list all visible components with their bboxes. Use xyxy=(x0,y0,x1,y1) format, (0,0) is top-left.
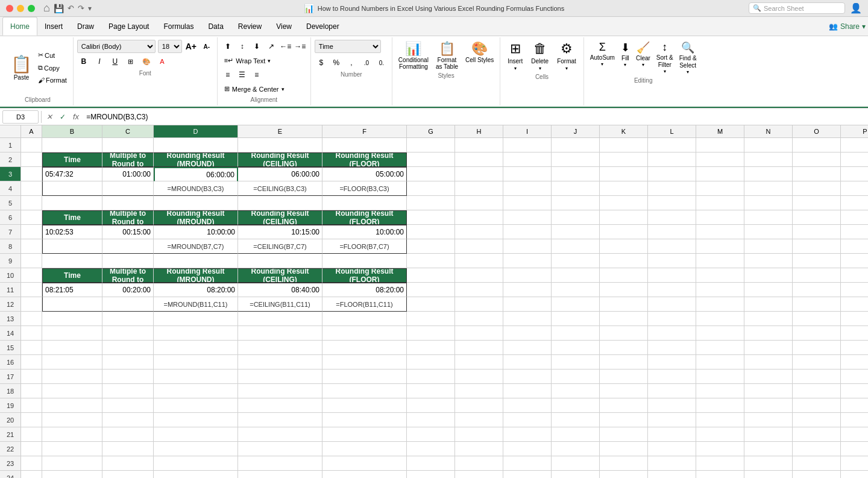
cell-C19[interactable] xyxy=(102,398,154,413)
cell-I19[interactable] xyxy=(503,398,552,413)
save-icon[interactable]: 💾 xyxy=(54,4,64,13)
cell-B9[interactable] xyxy=(42,254,102,268)
cell-H5[interactable] xyxy=(455,196,503,210)
cell-I21[interactable] xyxy=(503,427,552,442)
tab-review[interactable]: Review xyxy=(231,17,269,36)
cell-J6[interactable] xyxy=(552,210,600,225)
cell-C3[interactable]: 01:00:00 xyxy=(102,167,154,181)
cell-O13[interactable] xyxy=(793,312,841,326)
cell-M14[interactable] xyxy=(696,326,744,341)
cell-N10[interactable] xyxy=(744,268,793,283)
cell-E11[interactable]: 08:40:00 xyxy=(238,283,322,297)
cell-F2[interactable]: Rounding Result (FLOOR) xyxy=(322,153,407,167)
cell-O22[interactable] xyxy=(793,442,841,456)
cell-D8[interactable]: =MROUND(B7,C7) xyxy=(154,239,238,254)
cell-J15[interactable] xyxy=(552,341,600,355)
cell-O19[interactable] xyxy=(793,398,841,413)
cell-J19[interactable] xyxy=(552,398,600,413)
cell-styles-button[interactable]: 🎨 Cell Styles xyxy=(463,40,496,71)
cell-P1[interactable] xyxy=(841,138,868,153)
row-header-4[interactable]: 4 xyxy=(0,181,21,196)
cell-G1[interactable] xyxy=(407,138,455,153)
col-header-A[interactable]: A xyxy=(21,125,42,137)
cell-M2[interactable] xyxy=(696,153,744,167)
cell-D21[interactable] xyxy=(154,427,238,442)
cell-C17[interactable] xyxy=(102,370,154,384)
cell-M18[interactable] xyxy=(696,384,744,398)
cell-G17[interactable] xyxy=(407,370,455,384)
cell-L3[interactable] xyxy=(648,167,696,181)
col-header-D[interactable]: D xyxy=(154,125,238,137)
cell-G24[interactable] xyxy=(407,471,455,478)
cell-E9[interactable] xyxy=(238,254,322,268)
autosum-button[interactable]: Σ AutoSum ▾ xyxy=(588,40,617,76)
cell-K22[interactable] xyxy=(600,442,648,456)
cell-J11[interactable] xyxy=(552,283,600,297)
cell-M23[interactable] xyxy=(696,456,744,471)
cell-H8[interactable] xyxy=(455,239,503,254)
cell-N23[interactable] xyxy=(744,456,793,471)
align-top-button[interactable]: ⬆ xyxy=(221,40,234,53)
cell-K11[interactable] xyxy=(600,283,648,297)
cell-B3[interactable]: 05:47:32 xyxy=(42,167,102,181)
cell-M19[interactable] xyxy=(696,398,744,413)
cell-C9[interactable] xyxy=(102,254,154,268)
cell-J2[interactable] xyxy=(552,153,600,167)
copy-button[interactable]: ⧉ Copy xyxy=(37,63,68,73)
cell-C14[interactable] xyxy=(102,326,154,341)
cell-P10[interactable] xyxy=(841,268,868,283)
cell-J21[interactable] xyxy=(552,427,600,442)
cell-O4[interactable] xyxy=(793,181,841,196)
customize-icon[interactable]: ▾ xyxy=(88,4,92,13)
cell-F9[interactable] xyxy=(322,254,407,268)
cell-J3[interactable] xyxy=(552,167,600,181)
cell-A7[interactable] xyxy=(21,225,42,239)
maximize-button[interactable] xyxy=(28,5,35,12)
cell-J7[interactable] xyxy=(552,225,600,239)
cell-G18[interactable] xyxy=(407,384,455,398)
cell-K14[interactable] xyxy=(600,326,648,341)
cell-B11[interactable]: 08:21:05 xyxy=(42,283,102,297)
cell-P3[interactable] xyxy=(841,167,868,181)
cell-F5[interactable] xyxy=(322,196,407,210)
currency-button[interactable]: $ xyxy=(315,56,328,69)
cell-N5[interactable] xyxy=(744,196,793,210)
cell-A20[interactable] xyxy=(21,413,42,427)
row-header-17[interactable]: 17 xyxy=(0,370,21,384)
cell-O2[interactable] xyxy=(793,153,841,167)
cell-G8[interactable] xyxy=(407,239,455,254)
cell-H11[interactable] xyxy=(455,283,503,297)
redo-icon[interactable]: ↷ xyxy=(78,4,84,13)
cell-J1[interactable] xyxy=(552,138,600,153)
cell-P12[interactable] xyxy=(841,297,868,312)
cell-F16[interactable] xyxy=(322,355,407,370)
cell-H4[interactable] xyxy=(455,181,503,196)
align-center-button[interactable]: ☰ xyxy=(236,68,249,81)
cell-I3[interactable] xyxy=(503,167,552,181)
cell-I12[interactable] xyxy=(503,297,552,312)
name-manager-button[interactable]: ✕ xyxy=(44,113,55,121)
cell-L12[interactable] xyxy=(648,297,696,312)
cell-L19[interactable] xyxy=(648,398,696,413)
cell-I24[interactable] xyxy=(503,471,552,478)
cell-P19[interactable] xyxy=(841,398,868,413)
cell-B4[interactable] xyxy=(42,181,102,196)
cell-I20[interactable] xyxy=(503,413,552,427)
cell-E1[interactable] xyxy=(238,138,322,153)
cell-K15[interactable] xyxy=(600,341,648,355)
cell-E13[interactable] xyxy=(238,312,322,326)
home-icon[interactable]: ⌂ xyxy=(43,2,50,14)
cell-K4[interactable] xyxy=(600,181,648,196)
cell-C2[interactable]: Multiple to Round to xyxy=(102,153,154,167)
cell-J4[interactable] xyxy=(552,181,600,196)
cell-I5[interactable] xyxy=(503,196,552,210)
clear-button[interactable]: 🧹 Clear ▾ xyxy=(634,40,653,76)
cell-D12[interactable]: =MROUND(B11,C11) xyxy=(154,297,238,312)
cell-B1[interactable] xyxy=(42,138,102,153)
cell-G9[interactable] xyxy=(407,254,455,268)
cell-H22[interactable] xyxy=(455,442,503,456)
cell-B21[interactable] xyxy=(42,427,102,442)
cell-M4[interactable] xyxy=(696,181,744,196)
cell-F19[interactable] xyxy=(322,398,407,413)
cell-J22[interactable] xyxy=(552,442,600,456)
